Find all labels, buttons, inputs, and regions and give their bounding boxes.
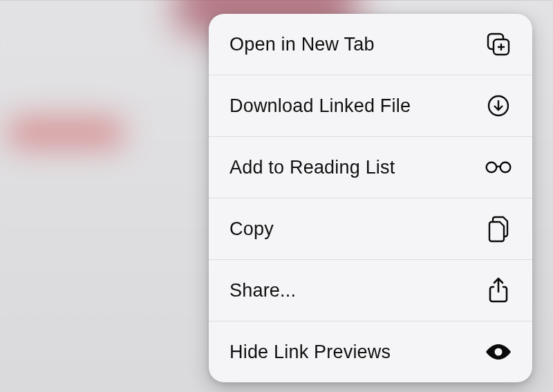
download-icon	[484, 91, 513, 120]
menu-item-label: Download Linked File	[229, 95, 411, 117]
blurred-page-label	[7, 118, 124, 148]
link-context-menu[interactable]: Open in New Tab Download Linked File Add…	[209, 14, 532, 382]
svg-point-9	[495, 348, 503, 356]
menu-item-label: Open in New Tab	[229, 34, 375, 55]
copy-docs-icon	[484, 214, 513, 243]
menu-item-label: Hide Link Previews	[229, 342, 391, 363]
new-tab-icon	[484, 30, 513, 59]
share-icon	[484, 276, 513, 305]
glasses-icon	[484, 153, 513, 182]
eye-icon	[484, 337, 513, 366]
menu-item-add-reading-list[interactable]: Add to Reading List	[209, 136, 532, 198]
menu-item-download-linked-file[interactable]: Download Linked File	[209, 75, 532, 136]
menu-item-label: Share...	[229, 280, 296, 301]
svg-point-6	[487, 162, 497, 173]
menu-item-label: Add to Reading List	[229, 157, 395, 178]
menu-item-label: Copy	[229, 218, 274, 240]
menu-item-share[interactable]: Share...	[209, 259, 532, 321]
menu-item-open-new-tab[interactable]: Open in New Tab	[209, 14, 532, 75]
menu-item-hide-link-previews[interactable]: Hide Link Previews	[209, 321, 532, 382]
menu-item-copy[interactable]: Copy	[209, 198, 532, 259]
svg-point-7	[500, 162, 511, 173]
